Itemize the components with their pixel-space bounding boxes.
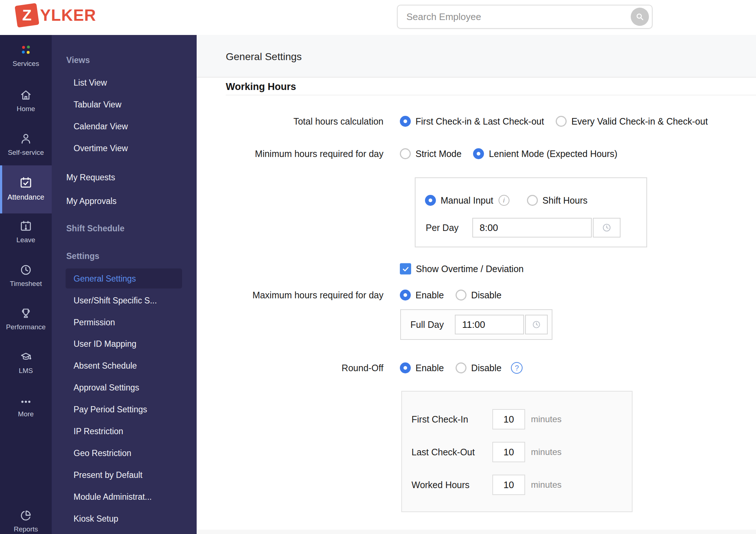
sidebar-item-my-requests[interactable]: My Requests (66, 173, 115, 182)
person-icon (19, 132, 33, 146)
sidebar-item-permission[interactable]: Permission (74, 318, 115, 327)
option-label: Enable (416, 290, 444, 301)
show-overtime-row: Show Overtime / Deviation (197, 263, 756, 275)
option-roundoff-enable[interactable]: Enable (400, 362, 444, 373)
sidebar-item-geo-restriction[interactable]: Geo Restriction (74, 448, 131, 458)
round-off-worked-hours-row: Worked Hours minutes (412, 475, 562, 495)
sidebar-item-lms[interactable]: LMS (0, 350, 52, 375)
sidebar-item-more[interactable]: More (0, 396, 52, 418)
round-off-last-checkout-row: Last Check-Out minutes (412, 442, 562, 462)
radio-unselected[interactable] (456, 290, 466, 301)
option-label: Strict Mode (416, 149, 461, 159)
radio-unselected[interactable] (400, 148, 411, 159)
worked-hours-label: Worked Hours (412, 480, 492, 490)
rail-label: Performance (0, 323, 52, 331)
sidebar-item-attendance[interactable]: Attendance (0, 176, 52, 201)
full-day-panel: Full Day (400, 309, 552, 340)
option-label: Disable (471, 363, 501, 373)
sidebar-item-tabular-view[interactable]: Tabular View (74, 100, 121, 110)
per-day-time-picker-button[interactable] (593, 218, 621, 237)
rail-label: Home (0, 105, 52, 113)
total-hours-label: Total hours calculation (197, 116, 383, 127)
sidebar-item-approval-settings[interactable]: Approval Settings (74, 383, 139, 393)
sidebar-item-general-settings[interactable]: General Settings (74, 274, 136, 284)
sidebar-item-kiosk-setup[interactable]: Kiosk Setup (74, 514, 118, 524)
radio-unselected[interactable] (527, 195, 538, 206)
section-title: Working Hours (226, 81, 296, 93)
checkbox-checked[interactable] (400, 263, 411, 275)
per-day-time-input[interactable] (472, 218, 592, 237)
app-window: Z YLKER Services Home (0, 0, 756, 534)
attendance-sidebar: Views List View Tabular View Calendar Vi… (52, 35, 197, 534)
radio-selected[interactable] (400, 116, 411, 127)
round-off-row: Round-Off Enable Disable ? (197, 362, 756, 374)
search-button[interactable] (631, 8, 649, 26)
worked-hours-minutes-input[interactable] (492, 475, 525, 495)
full-day-time-picker-button[interactable] (525, 315, 548, 334)
radio-unselected[interactable] (456, 362, 466, 373)
sidebar-item-present-by-default[interactable]: Present by Default (74, 470, 142, 480)
sidebar-item-timesheet[interactable]: Timesheet (0, 263, 52, 288)
option-max-disable[interactable]: Disable (456, 290, 501, 301)
radio-selected[interactable] (425, 195, 436, 206)
main-content: General Settings Working Hours Total hou… (197, 35, 756, 534)
sidebar-item-pay-period-settings[interactable]: Pay Period Settings (74, 405, 147, 415)
show-overtime-option[interactable]: Show Overtime / Deviation (400, 263, 524, 275)
full-day-time-input[interactable] (455, 315, 524, 334)
radio-unselected[interactable] (556, 116, 567, 127)
min-hours-row: Minimum hours required for day Strict Mo… (197, 148, 756, 159)
sidebar-item-home[interactable]: Home (0, 88, 52, 113)
option-roundoff-disable[interactable]: Disable (456, 362, 501, 373)
expected-hours-panel: Manual Input i Shift Hours Per Day (415, 177, 647, 247)
radio-selected[interactable] (400, 362, 411, 373)
sidebar-item-user-id-mapping[interactable]: User ID Mapping (74, 339, 137, 349)
employee-search (397, 5, 653, 29)
sidebar-item-module-administration[interactable]: Module Administrat... (74, 492, 152, 502)
services-icon (19, 43, 33, 57)
option-max-enable[interactable]: Enable (400, 290, 444, 301)
last-checkout-minutes-input[interactable] (492, 442, 525, 462)
page-header-band: General Settings (197, 35, 756, 78)
bottom-divider (197, 530, 756, 534)
option-manual-input[interactable]: Manual Input (425, 195, 493, 206)
sidebar-item-calendar-view[interactable]: Calendar View (74, 122, 128, 131)
logo-wordmark: YLKER (40, 6, 96, 24)
help-icon[interactable]: ? (511, 362, 523, 374)
check-icon (402, 265, 410, 273)
search-icon (635, 12, 645, 22)
last-checkout-label: Last Check-Out (412, 447, 492, 458)
sidebar-item-user-shift-specific[interactable]: User/Shift Specific S... (74, 296, 157, 306)
zylker-logo: Z YLKER (16, 4, 96, 26)
sidebar-item-overtime-view[interactable]: Overtime View (74, 144, 128, 153)
option-lenient-mode[interactable]: Lenient Mode (Expected Hours) (473, 148, 617, 159)
trophy-icon (19, 306, 33, 320)
option-label: Manual Input (441, 195, 493, 206)
search-input[interactable] (398, 11, 631, 23)
sidebar-item-ip-restriction[interactable]: IP Restriction (74, 427, 123, 436)
max-hours-label: Maximum hours required for day (197, 290, 383, 301)
page-title: General Settings (226, 51, 302, 63)
info-icon[interactable]: i (499, 195, 509, 206)
option-first-last-checkout[interactable]: First Check-in & Last Check-out (400, 116, 544, 127)
option-shift-hours[interactable]: Shift Hours (527, 195, 588, 206)
sidebar-item-performance[interactable]: Performance (0, 306, 52, 331)
sidebar-item-reports[interactable]: Reports (0, 509, 52, 533)
first-checkin-label: First Check-In (412, 414, 492, 425)
option-every-valid-checkin[interactable]: Every Valid Check-in & Check-out (556, 116, 708, 127)
sidebar-item-leave[interactable]: Leave (0, 219, 52, 244)
sidebar-section-shift-schedule[interactable]: Shift Schedule (66, 224, 125, 233)
sidebar-item-my-approvals[interactable]: My Approvals (66, 196, 117, 206)
option-label: First Check-in & Last Check-out (416, 116, 544, 127)
sidebar-item-services[interactable]: Services (0, 43, 52, 68)
first-checkin-minutes-input[interactable] (492, 409, 525, 429)
rail-label: Timesheet (0, 280, 52, 288)
leave-calendar-icon (19, 219, 33, 233)
sidebar-item-list-view[interactable]: List View (74, 78, 107, 88)
option-strict-mode[interactable]: Strict Mode (400, 148, 461, 159)
radio-selected[interactable] (400, 290, 411, 301)
sidebar-item-self-service[interactable]: Self-service (0, 132, 52, 157)
radio-selected[interactable] (473, 148, 484, 159)
sidebar-item-absent-schedule[interactable]: Absent Schedule (74, 361, 137, 371)
section-divider (226, 95, 756, 95)
ellipsis-icon (19, 396, 33, 407)
